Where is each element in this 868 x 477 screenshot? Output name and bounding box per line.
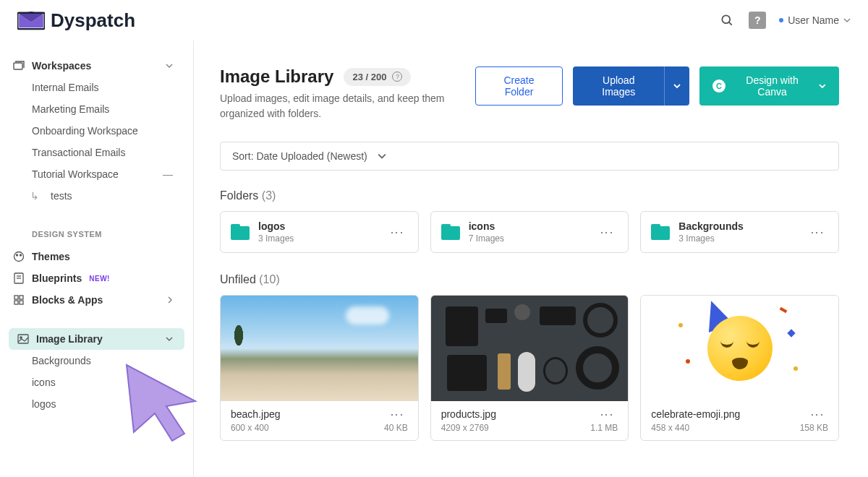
image-card[interactable]: products.jpg ⋮ 4209 x 2769 1.1 MB [430,295,629,441]
sidebar-library-folder[interactable]: Backgrounds [0,350,193,371]
image-filename: products.jpg [441,408,496,420]
image-filesize: 158 KB [800,423,828,433]
folder-count: 3 Images [678,233,798,244]
sidebar-workspace-item[interactable]: Transactional Emails [0,142,193,163]
svg-point-5 [17,254,18,256]
folder-stack-icon [13,60,25,72]
main-content: Image Library 23 / 200 ? Upload images, … [194,40,868,477]
upload-images-button[interactable]: Upload Images [573,66,664,106]
image-count-badge: 23 / 200 ? [344,68,411,86]
folder-card[interactable]: Backgrounds 3 Images ⋮ [640,211,839,253]
app-header: Dyspatch ? User Name [0,0,868,40]
folder-count: 7 Images [469,233,588,244]
logo-mark-icon [17,10,45,30]
sidebar-blueprints[interactable]: Blueprints NEW! [0,267,193,289]
sidebar-blocks-apps[interactable]: Blocks & Apps [0,289,193,311]
upload-images-split-button: Upload Images [573,66,689,106]
image-filesize: 1.1 MB [590,423,618,433]
sidebar-image-library[interactable]: Image Library [9,328,184,350]
image-thumbnail [641,296,838,401]
image-filename: celebrate-emoji.png [651,408,740,420]
sidebar-themes[interactable]: Themes [0,246,193,267]
palette-icon [13,251,25,262]
image-card[interactable]: celebrate-emoji.png ⋮ 458 x 440 158 KB [640,295,839,441]
folder-name: Backgrounds [678,220,798,232]
chevron-down-icon [166,60,173,72]
header-actions: ? User Name [718,12,851,29]
svg-rect-3 [14,63,22,69]
folder-icon [231,224,250,240]
more-menu-icon[interactable]: ⋮ [596,226,618,238]
more-menu-icon[interactable]: ⋮ [386,226,408,238]
image-dimensions: 4209 x 2769 [441,423,489,433]
info-icon[interactable]: ? [392,72,402,82]
brand-logo[interactable]: Dyspatch [17,9,135,32]
sidebar-workspace-item[interactable]: Marketing Emails [0,98,193,120]
chevron-down-icon [166,333,173,345]
sidebar-workspace-item[interactable]: Tutorial Workspace — [0,163,193,185]
minus-icon: — [163,168,173,180]
chevron-right-icon [167,294,173,306]
chevron-down-icon [673,82,681,90]
folder-card[interactable]: logos 3 Images ⋮ [220,211,419,253]
svg-line-2 [729,22,732,25]
user-status-dot [779,18,783,22]
svg-point-4 [14,252,24,262]
image-icon [17,333,29,345]
folder-icon [441,224,460,240]
svg-point-6 [20,254,22,256]
sidebar-workspace-item[interactable]: Onboarding Workspace [0,120,193,142]
sidebar-library-folder[interactable]: logos [0,393,193,415]
folders-heading: Folders (3) [220,189,839,202]
design-with-canva-button[interactable]: C Design with Canva [699,66,839,106]
more-menu-icon[interactable]: ⋮ [596,408,618,420]
help-icon[interactable]: ? [749,12,766,29]
grid-icon [13,294,25,306]
page-subtitle: Upload images, edit image details, and k… [220,91,475,121]
sidebar-workspaces[interactable]: Workspaces [0,55,193,77]
new-badge: NEW! [89,275,110,283]
sidebar-workspace-child[interactable]: ↳ tests [0,185,193,207]
sidebar-workspace-item[interactable]: Internal Emails [0,77,193,98]
sidebar: Workspaces Internal Emails Marketing Ema… [0,40,194,477]
chevron-down-icon [843,17,851,24]
design-system-heading: DESIGN SYSTEM [0,224,193,246]
chevron-down-icon [378,152,386,160]
more-menu-icon[interactable]: ⋮ [807,408,828,420]
image-dimensions: 458 x 440 [651,423,689,433]
image-dimensions: 600 x 400 [231,423,269,433]
more-menu-icon[interactable]: ⋮ [807,226,828,238]
document-icon [13,272,25,284]
unfiled-heading: Unfiled (10) [220,273,839,286]
image-filename: beach.jpeg [231,408,281,420]
sidebar-library-folder[interactable]: icons [0,371,193,393]
svg-rect-11 [20,296,23,299]
svg-rect-10 [14,296,18,299]
user-name-label: User Name [788,14,839,26]
brand-name: Dyspatch [51,9,135,32]
folder-icon [651,224,670,240]
image-thumbnail [221,296,418,401]
svg-rect-13 [20,301,23,304]
svg-rect-12 [14,301,18,304]
user-menu[interactable]: User Name [779,14,851,26]
image-card[interactable]: beach.jpeg ⋮ 600 x 400 40 KB [220,295,419,441]
chevron-down-icon [819,82,826,90]
folder-count: 3 Images [258,233,378,244]
image-thumbnail [431,296,629,401]
image-filesize: 40 KB [384,423,408,433]
create-folder-button[interactable]: Create Folder [475,66,563,106]
sort-dropdown[interactable]: Sort: Date Uploaded (Newest) [220,142,839,171]
svg-point-15 [20,337,22,338]
svg-point-1 [723,15,731,23]
more-menu-icon[interactable]: ⋮ [386,408,408,420]
upload-images-dropdown[interactable] [664,66,689,106]
folder-card[interactable]: icons 7 Images ⋮ [430,211,629,253]
search-icon[interactable] [718,12,736,29]
return-arrow-icon: ↳ [30,190,39,202]
page-title: Image Library [220,66,333,87]
canva-icon: C [712,80,726,93]
folder-name: icons [469,220,588,232]
folder-name: logos [258,220,378,232]
